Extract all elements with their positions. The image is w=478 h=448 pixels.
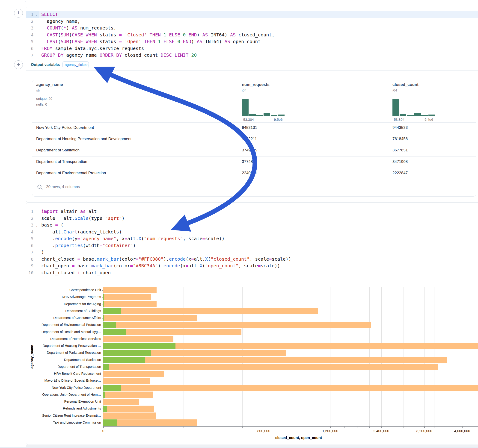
y-axis-label: Department of Environmental Protection — [41, 323, 101, 327]
results-table: agency_name str unique: 20 nulls: 0 num_… — [32, 80, 476, 197]
code-line[interactable]: 5 .encode(y="agency_name", x=alt.X("num_… — [26, 235, 478, 242]
y-axis-label: Personal Exemption Unit — [41, 400, 101, 403]
table-row: Department of Environmental Protection22… — [32, 168, 476, 179]
line-number: 5 — [26, 38, 39, 45]
x-axis-label: 800,000 — [257, 429, 270, 433]
table-cell: 3774892 — [242, 160, 257, 164]
code-line[interactable]: 7GROUP BY agency_name ORDER BY closed_co… — [26, 52, 478, 59]
column-header-agency-name[interactable]: agency_name — [36, 82, 63, 87]
fold-chevron-icon[interactable]: ⌄ — [36, 222, 38, 229]
chart-bar-closed_count — [103, 357, 447, 363]
output-variable-badge[interactable]: agency_tickets — [63, 61, 89, 68]
histogram-min-label: 53,304 — [394, 118, 404, 121]
altair-bar-chart: Correspondence UnitDHS Advantage Program… — [26, 281, 478, 442]
y-axis-label: Correspondence Unit — [41, 288, 101, 292]
y-axis-label: Department of Homeless Services — [41, 337, 101, 341]
chart-bar-open_count — [103, 301, 104, 307]
line-number: 9 — [26, 262, 39, 269]
code-line[interactable]: 8chart_closed = base.mark_bar(color="#FF… — [26, 256, 478, 263]
line-number: 4 — [26, 229, 39, 236]
table-row: Department of Housing Preservation and D… — [32, 134, 476, 145]
gridline — [424, 287, 425, 426]
code-line[interactable]: 6FROM sample_data.nyc.service_requests — [26, 45, 478, 52]
line-number: 1 — [26, 208, 39, 215]
chart-bar-closed_count — [103, 399, 139, 405]
code-line[interactable]: 5 CAST(SUM(CASE WHEN status = 'Open' THE… — [26, 38, 478, 45]
chart-bar-closed_count — [103, 412, 156, 419]
sql-code-editor[interactable]: 1⌄SELECT 2 agency_name,3 COUNT(*) AS num… — [26, 11, 478, 59]
table-cell: Department of Sanitation — [36, 148, 80, 153]
code-line[interactable]: 4 CAST(SUM(CASE WHEN status = 'Closed' T… — [26, 31, 478, 38]
line-number: 1⌄ — [26, 11, 39, 18]
gridline — [453, 287, 453, 426]
chart-bar-open_count — [103, 315, 104, 321]
gridline — [369, 287, 370, 426]
y-axis-label: Refunds and Adjustments — [41, 406, 101, 410]
line-number: 5 — [26, 235, 39, 242]
row-column-count: 20 rows, 4 columns — [46, 185, 80, 189]
code-line[interactable]: 1import altair as alt — [26, 208, 478, 215]
y-axis-title: agency_name — [30, 329, 34, 384]
gridline — [330, 287, 330, 426]
chart-bar-closed_count — [103, 371, 164, 377]
column-type: str — [36, 88, 40, 92]
column-type: i64 — [392, 88, 397, 92]
chart-bar-closed_count — [103, 322, 371, 328]
y-axis-label: HRA Benefit Card Replacement — [41, 372, 101, 375]
gridline — [283, 287, 283, 426]
code-line[interactable]: 10chart_closed + chart_open — [26, 269, 478, 276]
notebook-page: + + 1⌄SELECT 2 agency_name,3 COUNT(*) AS… — [0, 0, 478, 448]
table-cell: 9453131 — [242, 125, 257, 130]
column-header-closed-count[interactable]: closed_count — [392, 82, 419, 87]
y-axis-label: Department of Housing Preservation … — [41, 344, 101, 348]
table-cell: New York City Police Department — [36, 125, 94, 130]
add-cell-button[interactable]: + — [14, 9, 23, 18]
x-axis-title: closed_count, open_count — [275, 436, 322, 440]
code-line[interactable]: 4 alt.Chart(agency_tickets) — [26, 229, 478, 236]
search-icon[interactable] — [37, 184, 43, 190]
histogram-num-requests — [242, 99, 284, 116]
python-code-editor[interactable]: 1import altair as alt2scale = alt.Scale(… — [26, 208, 478, 276]
gridline — [381, 287, 382, 426]
gridline — [403, 287, 404, 426]
code-line[interactable]: 3⌄base = ( — [26, 222, 478, 229]
gridline — [242, 287, 243, 426]
y-axis-label: Department of Sanitation — [41, 358, 101, 361]
x-axis-label: 1,600,000 — [322, 429, 338, 433]
chart-bar-closed_count — [103, 378, 150, 384]
line-number: 4 — [26, 31, 39, 38]
x-axis-label: 0 — [102, 429, 104, 433]
line-number: 8 — [26, 256, 39, 263]
line-number: 6 — [26, 45, 39, 52]
add-cell-button[interactable]: + — [14, 60, 23, 69]
gridline — [316, 287, 316, 426]
chart-bar-open_count — [103, 322, 116, 328]
chart-bar-closed_count — [103, 336, 173, 342]
line-number: 6 — [26, 242, 39, 249]
code-line[interactable]: 2scale = alt.Scale(type="sqrt") — [26, 215, 478, 222]
code-line[interactable]: 3 COUNT(*) AS num_requests, — [26, 25, 478, 31]
text-cursor — [61, 12, 61, 17]
code-line[interactable]: 6 .properties(width="container") — [26, 242, 478, 249]
table-cell: Department of Transportation — [36, 160, 87, 164]
code-line[interactable]: 2 agency_name, — [26, 18, 478, 25]
code-line[interactable]: 7) — [26, 249, 478, 256]
line-number: 7 — [26, 249, 39, 256]
chart-bar-open_count — [103, 392, 105, 398]
gridline — [264, 287, 264, 426]
code-line[interactable]: 1⌄SELECT — [26, 11, 478, 18]
sql-cell: 1⌄SELECT 2 agency_name,3 COUNT(*) AS num… — [26, 7, 478, 202]
table-cell: 3749485 — [242, 148, 257, 153]
chart-bar-open_count — [103, 294, 104, 300]
histogram-closed-count — [392, 99, 435, 116]
y-axis-label: DHS Advantage Programs — [41, 295, 101, 299]
column-header-num-requests[interactable]: num_requests — [242, 82, 270, 87]
chart-bar-closed_count — [103, 287, 157, 293]
fold-chevron-icon[interactable]: ⌄ — [36, 11, 38, 18]
chart-bar-closed_count — [103, 392, 153, 398]
y-axis-label: Mayorâ€ s Office of Special Enforce… — [41, 379, 101, 382]
table-cell: 2222847 — [392, 171, 408, 175]
code-line[interactable]: 9chart_open = base.mark_bar(color="#8BC3… — [26, 262, 478, 269]
line-number: 3 — [26, 25, 39, 31]
chart-bar-closed_count — [103, 315, 197, 321]
